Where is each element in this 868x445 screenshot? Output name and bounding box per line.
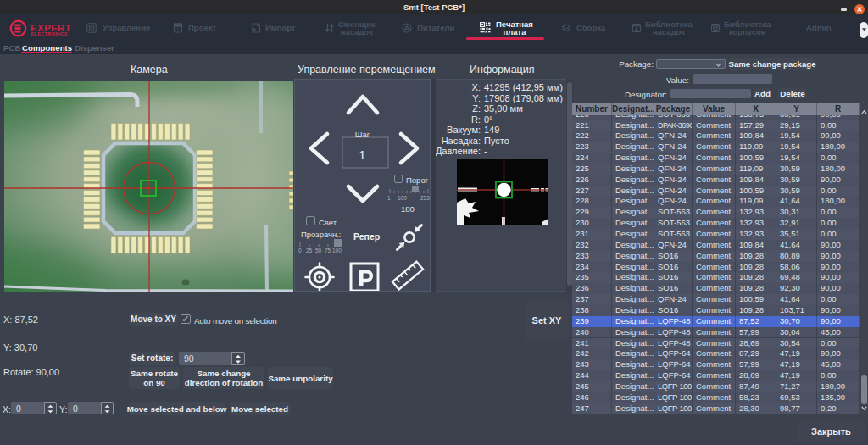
svg-text:1: 1 <box>176 27 180 32</box>
